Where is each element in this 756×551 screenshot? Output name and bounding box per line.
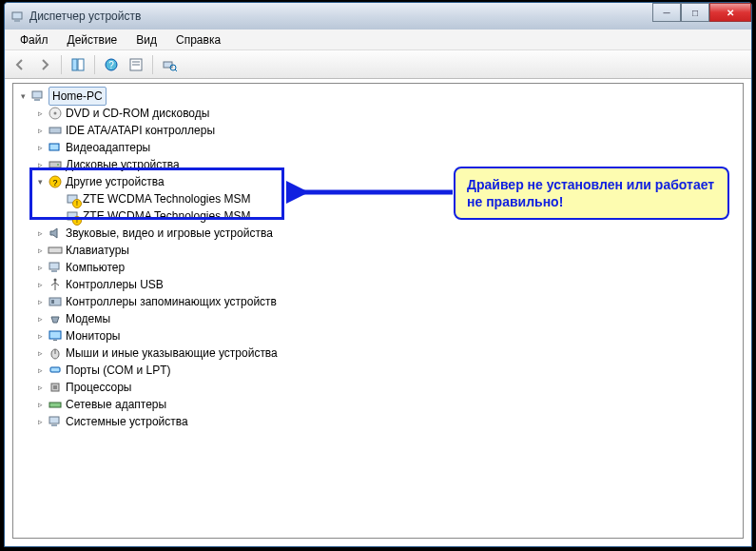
svg-rect-16 (49, 128, 61, 133)
expander-icon[interactable]: ▹ (34, 227, 46, 239)
node-label: Порты (COM и LPT) (66, 362, 171, 379)
node-label: Модемы (66, 310, 110, 327)
expander-icon[interactable]: ▹ (34, 262, 46, 273)
scan-hardware-button[interactable] (158, 53, 181, 76)
maximize-button[interactable]: □ (681, 3, 709, 22)
expander-icon[interactable]: ▹ (34, 108, 46, 119)
node-label: Системные устройства (66, 413, 188, 430)
svg-rect-30 (49, 331, 61, 339)
tree-node-monitors[interactable]: ▹ Мониторы (15, 327, 743, 344)
app-icon (10, 9, 26, 24)
svg-rect-3 (78, 59, 84, 70)
expander-icon[interactable]: ▹ (34, 125, 46, 136)
callout-text: Драйвер не установлен или работает не пр… (467, 177, 714, 209)
svg-rect-29 (51, 300, 54, 304)
svg-rect-17 (49, 144, 59, 150)
menu-view[interactable]: Вид (126, 31, 166, 49)
separator (61, 55, 62, 74)
system-device-icon (48, 414, 63, 429)
tree-node-ide[interactable]: ▹ IDE ATA/ATAPI контроллеры (15, 122, 743, 139)
tree-node-ports[interactable]: ▹ Порты (COM и LPT) (15, 362, 743, 379)
tree-node-computer[interactable]: ▹ Компьютер (15, 259, 743, 276)
svg-line-11 (175, 69, 177, 71)
window-title: Диспетчер устройств (29, 10, 141, 23)
back-button[interactable] (9, 53, 31, 76)
close-button[interactable]: ✕ (709, 3, 751, 22)
minimize-button[interactable]: ─ (652, 3, 681, 22)
expander-icon[interactable]: ▹ (34, 364, 46, 376)
expander-icon[interactable]: ▾ (17, 90, 29, 102)
show-hide-console-tree-button[interactable] (67, 53, 89, 76)
expander-icon[interactable]: ▹ (34, 382, 46, 393)
node-label: Home-PC (48, 87, 107, 106)
tree-node-mice[interactable]: ▹ Мыши и иные указывающие устройства (15, 344, 743, 362)
tree-root[interactable]: ▾ Home-PC (15, 88, 743, 105)
svg-rect-25 (49, 263, 59, 269)
port-icon (48, 363, 63, 378)
help-button[interactable]: ? (100, 53, 123, 76)
expander-icon[interactable]: ▹ (34, 347, 46, 359)
ide-controller-icon (48, 123, 63, 138)
menu-help[interactable]: Справка (166, 31, 230, 49)
node-label: IDE ATA/ATAPI контроллеры (66, 122, 215, 139)
svg-rect-24 (48, 247, 62, 253)
toolbar: ? (5, 50, 751, 79)
computer-icon (30, 89, 46, 104)
tree-node-keyboard[interactable]: ▹ Клавиатуры (15, 242, 743, 259)
modem-icon (48, 311, 63, 326)
expander-icon[interactable]: ▹ (34, 296, 46, 307)
node-label: DVD и CD-ROM дисководы (66, 105, 209, 122)
node-label: Сетевые адаптеры (66, 396, 166, 413)
node-label: Мыши и иные указывающие устройства (66, 344, 278, 362)
node-label: Процессоры (66, 379, 132, 396)
tree-node-system[interactable]: ▹ Системные устройства (15, 413, 743, 430)
device-tree-pane[interactable]: ▾ Home-PC ▹ DVD и CD-ROM дисководы ▹ IDE… (12, 83, 744, 539)
svg-rect-1 (14, 20, 20, 22)
forward-button[interactable] (33, 53, 56, 76)
disc-drive-icon (48, 106, 63, 121)
mouse-icon (48, 345, 63, 361)
sound-icon (48, 226, 63, 241)
tree-node-dvd[interactable]: ▹ DVD и CD-ROM дисководы (15, 105, 743, 122)
properties-button[interactable] (125, 53, 147, 76)
computer-icon (48, 260, 63, 275)
node-label: Видеоадаптеры (66, 139, 150, 156)
tree-node-video[interactable]: ▹ Видеоадаптеры (15, 139, 743, 156)
expander-icon[interactable]: ▹ (34, 313, 46, 325)
processor-icon (48, 380, 63, 395)
monitor-icon (48, 328, 63, 344)
expander-icon[interactable]: ▹ (34, 330, 46, 342)
window-controls: ─ □ ✕ (652, 3, 751, 22)
svg-rect-28 (49, 298, 61, 305)
svg-point-27 (54, 279, 57, 282)
menu-action[interactable]: Действие (58, 31, 127, 49)
svg-rect-37 (49, 403, 61, 407)
display-adapter-icon (48, 140, 63, 155)
expander-icon[interactable]: ▹ (34, 142, 46, 153)
device-manager-window: Диспетчер устройств ─ □ ✕ Файл Действие … (4, 2, 752, 547)
tree-node-modems[interactable]: ▹ Модемы (15, 310, 743, 327)
node-label: Звуковые, видео и игровые устройства (66, 225, 273, 242)
separator (152, 55, 153, 74)
node-label: Контроллеры запоминающих устройств (66, 293, 277, 310)
node-label: Мониторы (66, 327, 120, 344)
svg-rect-31 (53, 340, 57, 341)
expander-icon[interactable]: ▹ (34, 279, 46, 290)
tree-node-cpu[interactable]: ▹ Процессоры (15, 379, 743, 396)
tree-node-storage-ctrl[interactable]: ▹ Контроллеры запоминающих устройств (15, 293, 743, 310)
expander-icon[interactable]: ▹ (34, 399, 46, 410)
annotation-callout: Драйвер не установлен или работает не пр… (454, 167, 729, 220)
menubar: Файл Действие Вид Справка (5, 30, 751, 50)
svg-rect-2 (72, 59, 77, 70)
expander-icon[interactable]: ▹ (34, 416, 46, 427)
svg-rect-0 (12, 12, 22, 19)
tree-node-net[interactable]: ▹ Сетевые адаптеры (15, 396, 743, 413)
keyboard-icon (48, 243, 63, 258)
expander-icon[interactable]: ▹ (34, 245, 46, 256)
node-label: Контроллеры USB (66, 276, 164, 293)
tree-node-sound[interactable]: ▹ Звуковые, видео и игровые устройства (15, 225, 743, 242)
node-label: Клавиатуры (66, 242, 129, 259)
svg-rect-13 (34, 99, 40, 101)
tree-node-usb[interactable]: ▹ Контроллеры USB (15, 276, 743, 293)
menu-file[interactable]: Файл (10, 31, 58, 49)
